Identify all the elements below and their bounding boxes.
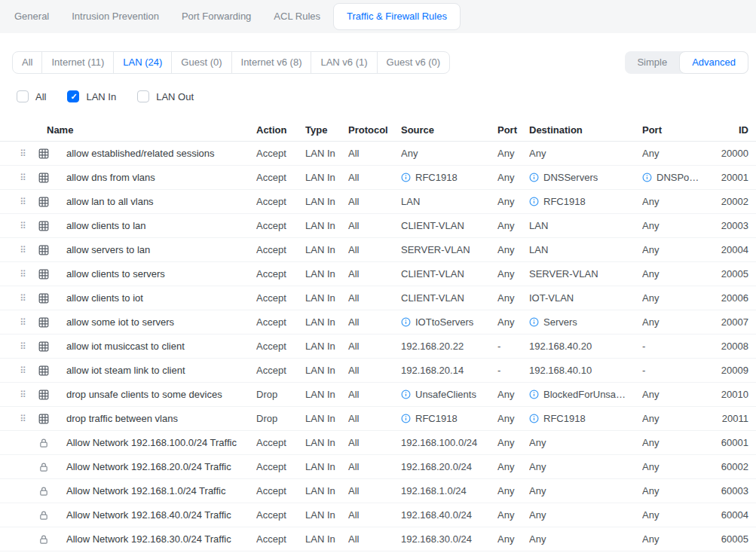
table-row[interactable]: ⠿allow clients to serversAcceptLAN InAll… xyxy=(0,262,756,286)
rule-action: Accept xyxy=(256,437,305,448)
rule-destination-port-value: Any xyxy=(642,316,659,328)
col-header-destination-port: Port xyxy=(642,124,718,136)
rule-source-value: 192.168.20.22 xyxy=(401,341,464,352)
lock-icon xyxy=(33,438,60,448)
rule-destination: Any xyxy=(529,509,642,521)
filter-lan-v6-1[interactable]: LAN v6 (1) xyxy=(311,52,376,73)
rule-source-port: Any xyxy=(497,461,529,472)
grid-icon xyxy=(33,317,60,328)
drag-handle[interactable]: ⠿ xyxy=(12,342,26,351)
filter-all[interactable]: All xyxy=(13,52,41,73)
filter-internet-11[interactable]: Internet (11) xyxy=(41,52,113,73)
rule-action: Drop xyxy=(256,413,305,424)
table-row[interactable]: Allow Network 192.168.1.0/24 TrafficAcce… xyxy=(0,479,756,503)
rule-protocol: All xyxy=(348,389,401,400)
rule-type: LAN In xyxy=(305,389,348,400)
lock-icon xyxy=(33,510,60,521)
filter-lan-24[interactable]: LAN (24) xyxy=(113,52,171,73)
rule-protocol: All xyxy=(348,244,401,255)
rule-destination: DNSServers xyxy=(529,172,642,183)
table-row[interactable]: ⠿allow clients to iotAcceptLAN InAllCLIE… xyxy=(0,286,756,310)
rule-destination-value: 192.168.40.20 xyxy=(529,341,592,352)
checkbox-all[interactable]: All xyxy=(17,90,46,102)
col-header-id: ID xyxy=(718,124,748,136)
tab-general[interactable]: General xyxy=(3,0,60,33)
checkbox-box[interactable] xyxy=(137,90,149,102)
rule-destination: Servers xyxy=(529,316,642,328)
info-icon xyxy=(529,390,539,399)
table-row[interactable]: Allow Network 192.168.30.0/24 TrafficAcc… xyxy=(0,527,756,551)
table-row[interactable]: ⠿allow lan to all vlansAcceptLAN InAllLA… xyxy=(0,190,756,214)
rule-source-port: Any xyxy=(497,172,529,183)
tab-traffic-firewall-rules[interactable]: Traffic & Firewall Rules xyxy=(333,3,461,30)
rule-destination-port: Any xyxy=(642,196,718,207)
grid-icon xyxy=(33,221,60,231)
checkbox-lan-out[interactable]: LAN Out xyxy=(137,90,194,102)
table-row[interactable]: ⠿allow iot steam link to clientAcceptLAN… xyxy=(0,359,756,383)
drag-handle[interactable]: ⠿ xyxy=(12,366,26,375)
drag-handle[interactable]: ⠿ xyxy=(12,197,26,206)
table-row[interactable]: Allow Network 192.168.100.0/24 TrafficAc… xyxy=(0,431,756,455)
table-row[interactable]: Allow Network 192.168.20.0/24 TrafficAcc… xyxy=(0,455,756,479)
rule-action: Accept xyxy=(256,292,305,304)
rule-source: CLIENT-VLAN xyxy=(401,220,497,231)
checkbox-box[interactable] xyxy=(17,90,29,102)
rule-name: Allow Network 192.168.20.0/24 Traffic xyxy=(60,461,256,472)
rule-destination: Any xyxy=(529,533,642,545)
view-toggle-simple[interactable]: Simple xyxy=(625,51,679,74)
table-row[interactable]: ⠿allow servers to lanAcceptLAN InAllSERV… xyxy=(0,238,756,262)
table-row[interactable]: ⠿allow clients to lanAcceptLAN InAllCLIE… xyxy=(0,214,756,238)
lock-icon xyxy=(33,462,60,472)
filter-guest-0[interactable]: Guest (0) xyxy=(171,52,231,73)
table-row[interactable]: ⠿allow iot musiccast to clientAcceptLAN … xyxy=(0,335,756,359)
rule-source-value: RFC1918 xyxy=(415,413,458,424)
rule-destination-port-value: Any xyxy=(642,268,659,280)
table-row[interactable]: Allow Network 192.168.40.0/24 TrafficAcc… xyxy=(0,503,756,527)
view-toggle-advanced[interactable]: Advanced xyxy=(679,51,748,74)
rule-name: drop unsafe clients to some devices xyxy=(60,389,256,400)
table-row[interactable]: ⠿drop traffic between vlansDropLAN InAll… xyxy=(0,407,756,431)
drag-handle[interactable]: ⠿ xyxy=(12,294,26,303)
rule-type: LAN In xyxy=(305,292,348,304)
table-row[interactable]: ⠿allow dns from vlansAcceptLAN InAllRFC1… xyxy=(0,166,756,190)
table-row[interactable]: ⠿allow established/related sessionsAccep… xyxy=(0,142,756,166)
filter-guest-v6-0[interactable]: Guest v6 (0) xyxy=(377,52,450,73)
rule-source-port-value: Any xyxy=(497,268,514,280)
tab-intrusion-prevention[interactable]: Intrusion Prevention xyxy=(60,0,170,33)
rule-destination-value: Any xyxy=(529,509,546,521)
table-row[interactable]: ⠿allow some iot to serversAcceptLAN InAl… xyxy=(0,310,756,335)
rule-source-value: CLIENT-VLAN xyxy=(401,220,464,231)
rule-name: allow clients to servers xyxy=(60,268,256,280)
rule-destination-value: Any xyxy=(529,533,546,545)
drag-handle[interactable]: ⠿ xyxy=(12,173,26,182)
col-header-name: Name xyxy=(33,124,256,136)
rule-action: Accept xyxy=(256,509,305,521)
checkbox-box[interactable] xyxy=(67,90,79,102)
rule-destination-port-value: Any xyxy=(642,437,659,448)
rule-source-port-value: - xyxy=(497,341,500,352)
info-icon xyxy=(401,414,411,423)
rule-source-port: - xyxy=(497,365,529,376)
checkbox-lan-in[interactable]: LAN In xyxy=(67,90,116,102)
tab-port-forwarding[interactable]: Port Forwarding xyxy=(170,0,262,33)
drag-handle[interactable]: ⠿ xyxy=(12,246,26,255)
filter-internet-v6-8[interactable]: Internet v6 (8) xyxy=(231,52,311,73)
rule-destination-port: Any xyxy=(642,220,718,231)
tab-acl-rules[interactable]: ACL Rules xyxy=(262,0,332,33)
rule-type: LAN In xyxy=(305,413,348,424)
drag-handle[interactable]: ⠿ xyxy=(12,414,26,423)
rule-type: LAN In xyxy=(305,316,348,328)
rule-source-port: Any xyxy=(497,389,529,400)
rule-source-port: Any xyxy=(497,316,529,328)
drag-handle[interactable]: ⠿ xyxy=(12,149,26,158)
rule-source-value: Any xyxy=(401,148,418,159)
drag-handle[interactable]: ⠿ xyxy=(12,390,26,399)
table-row[interactable]: ⠿drop unsafe clients to some devicesDrop… xyxy=(0,383,756,407)
drag-handle[interactable]: ⠿ xyxy=(12,221,26,231)
rule-name: allow lan to all vlans xyxy=(60,196,256,207)
rule-id: 20002 xyxy=(718,196,748,207)
rule-source-value: 192.168.1.0/24 xyxy=(401,485,467,496)
drag-handle[interactable]: ⠿ xyxy=(12,318,26,327)
rule-destination: RFC1918 xyxy=(529,413,642,424)
drag-handle[interactable]: ⠿ xyxy=(12,270,26,279)
